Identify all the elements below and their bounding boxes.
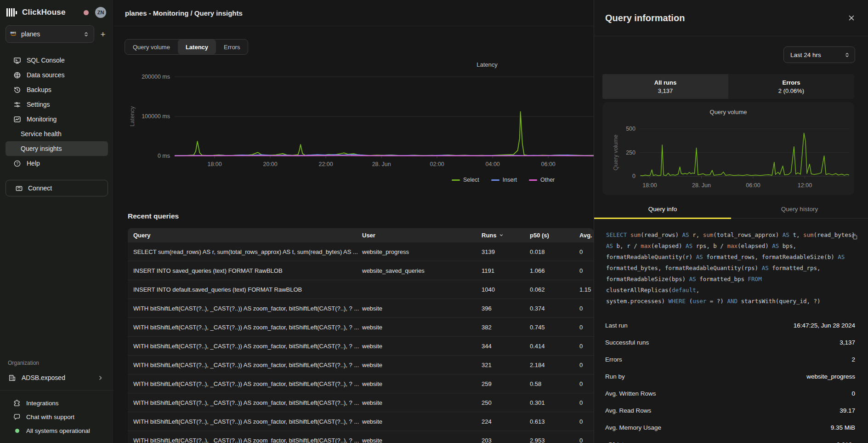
copy-icon[interactable] [851, 233, 858, 240]
column-header-user[interactable]: User [362, 232, 482, 239]
connect-button[interactable]: Connect [6, 180, 108, 196]
stat-row: Avg. Memory Usage9.35 MiB [605, 419, 855, 436]
table-row[interactable]: WITH bitShiftLeft(CAST(?..), _CAST(?..))… [128, 336, 594, 355]
column-header-query[interactable]: Query [128, 232, 362, 239]
table-row[interactable]: WITH bitShiftLeft(CAST(?..), _CAST(?..))… [128, 355, 594, 374]
stat-label: Avg. Memory Usage [605, 424, 661, 431]
sort-chevron-down-icon [499, 233, 504, 237]
table-row[interactable]: WITH bitShiftLeft(CAST(?..), _CAST(?..))… [128, 431, 594, 443]
svg-text:0: 0 [632, 173, 635, 179]
table-row[interactable]: WITH bitShiftLeft(CAST(?..), _CAST(?..))… [128, 374, 594, 393]
table-cell: website [362, 418, 482, 425]
table-cell: 250 [482, 399, 530, 406]
logo-row: ClickHouse ZN [0, 0, 113, 22]
stat-row: p50 latency0.018s [605, 436, 855, 443]
main-area: planes - Monitoring / Query insights Que… [114, 0, 594, 443]
sidebar-item-integrations[interactable]: Integrations [0, 396, 113, 410]
sidebar-nav: SQL ConsoleData sourcesBackupsSettingsMo… [0, 53, 113, 171]
sidebar-item-monitoring[interactable]: Monitoring [6, 112, 108, 127]
table-cell: WITH bitShiftLeft(CAST(?..), _CAST(?..))… [128, 362, 362, 368]
table-cell: website_saved_queries [362, 267, 482, 274]
svg-text:18:00: 18:00 [642, 182, 657, 189]
stat-value: 9.35 MiB [831, 424, 855, 431]
tab-errors[interactable]: Errors [216, 40, 248, 54]
table-row[interactable]: WITH bitShiftLeft(CAST(?..), _CAST(?..))… [128, 393, 594, 412]
help-icon: ? [13, 160, 21, 167]
sidebar-item-label: Integrations [26, 400, 59, 407]
sidebar-item-label: Settings [27, 101, 50, 108]
segment-errors[interactable]: Errors2 (0.06%) [728, 74, 854, 99]
stat-label: Run by [605, 373, 625, 380]
organization-name: ADSB.exposed [22, 374, 65, 381]
column-header-p50-s-[interactable]: p50 (s) [530, 232, 579, 239]
latency-chart: 0 ms100000 ms200000 ms18:0020:0022:0028.… [114, 65, 594, 175]
stat-label: Errors [605, 356, 622, 363]
query-volume-chart: 025050018:0028. Jun06:0012:00Query volum… [602, 102, 854, 194]
tab-query-info[interactable]: Query info [594, 200, 731, 218]
chevron-updown-icon [83, 31, 89, 37]
svg-text:06:00: 06:00 [746, 182, 760, 189]
table-cell: 0 [579, 343, 594, 350]
sidebar-item-chat-with-support[interactable]: Chat with support [0, 410, 113, 424]
segment-all-runs[interactable]: All runs3,137 [602, 74, 728, 99]
table-cell: website [362, 380, 482, 387]
code-line: SELECT sum(read_rows) AS r, sum(total_ro… [606, 230, 856, 241]
sidebar-item-backups[interactable]: Backups [6, 82, 108, 97]
stat-value: website_progress [806, 373, 855, 380]
sidebar: ClickHouse ZN aws planes + SQL ConsoleDa… [0, 0, 114, 443]
organization-item[interactable]: ADSB.exposed [6, 370, 108, 385]
stat-value: 3,137 [840, 339, 855, 346]
table-cell: INSERT INTO default.saved_queries (text)… [128, 286, 362, 293]
legend-item-select[interactable]: Select [452, 177, 479, 183]
table-row[interactable]: WITH bitShiftLeft(CAST(?..), _CAST(?..))… [128, 317, 594, 336]
legend-item-other[interactable]: Other [529, 177, 555, 183]
sidebar-item-sql-console[interactable]: SQL Console [6, 53, 108, 68]
table-cell: 396 [482, 305, 530, 312]
tab-query-volume[interactable]: Query volume [125, 40, 178, 54]
table-row[interactable]: SELECT sum(read_rows) AS r, sum(total_ro… [128, 242, 594, 261]
add-service-button[interactable]: + [97, 28, 109, 40]
sidebar-item-data-sources[interactable]: Data sources [6, 68, 108, 82]
sidebar-item-query-insights[interactable]: Query insights [6, 141, 108, 156]
tab-latency[interactable]: Latency [178, 40, 216, 54]
table-row[interactable]: INSERT INTO saved_queries (text) FORMAT … [128, 261, 594, 280]
clickhouse-logo-icon [6, 8, 17, 17]
table-cell: website [362, 437, 482, 443]
svg-text:500: 500 [626, 126, 635, 132]
time-range-selector[interactable]: Last 24 hrs [783, 46, 855, 63]
legend-label: Select [463, 177, 479, 183]
stat-label: Avg. Written Rows [605, 390, 656, 397]
table-cell: 0 [579, 399, 594, 406]
column-header-runs[interactable]: Runs [482, 232, 530, 239]
legend-item-insert[interactable]: Insert [491, 177, 517, 183]
table-cell: SELECT sum(read_rows) AS r, sum(total_ro… [128, 248, 362, 255]
table-cell: 1.15 [579, 286, 594, 293]
stat-row: Last run16:47:25, Jun 28 2024 [605, 317, 855, 334]
code-line: formatReadableSize(bps) AS formatted_bps… [606, 274, 856, 296]
tab-query-history[interactable]: Query history [731, 200, 868, 218]
sidebar-item-service-health[interactable]: Service health [6, 127, 108, 141]
table-cell: 0 [579, 362, 594, 368]
table-cell: 0 [579, 248, 594, 255]
aws-icon: aws [10, 30, 17, 38]
stat-label: Last run [605, 322, 628, 329]
svg-text:18:00: 18:00 [207, 161, 221, 167]
svg-text:100000 ms: 100000 ms [142, 113, 170, 120]
table-cell: 203 [482, 437, 530, 443]
close-icon[interactable] [847, 13, 856, 23]
sidebar-item-help[interactable]: ?Help [6, 156, 108, 171]
sidebar-item-settings[interactable]: Settings [6, 97, 108, 112]
table-row[interactable]: WITH bitShiftLeft(CAST(?..), _CAST(?..))… [128, 299, 594, 317]
avatar[interactable]: ZN [95, 7, 106, 18]
console-icon [13, 57, 21, 64]
table-row[interactable]: INSERT INTO default.saved_queries (text)… [128, 280, 594, 299]
service-selector[interactable]: aws planes [6, 25, 94, 43]
column-header-avg-[interactable]: Avg. [579, 232, 594, 239]
sidebar-item-system-status[interactable]: All systems operational [0, 424, 113, 437]
table-cell: 0.745 [530, 324, 579, 331]
segment-value: 2 (0.06%) [778, 87, 804, 94]
table-row[interactable]: WITH bitShiftLeft(CAST(?..), _CAST(?..))… [128, 412, 594, 431]
status-dot-icon [13, 427, 21, 434]
chart-tabs: Query volumeLatencyErrors [125, 39, 248, 55]
table-cell: WITH bitShiftLeft(CAST(?..), _CAST(?..))… [128, 399, 362, 406]
